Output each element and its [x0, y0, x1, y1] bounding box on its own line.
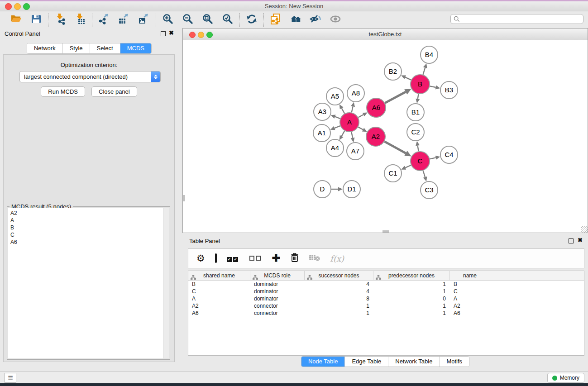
column-header-MCDS-role[interactable]: MCDS role	[250, 271, 305, 280]
table-row[interactable]: Cdominator41C	[188, 288, 584, 295]
table-tab-node-table[interactable]: Node Table	[301, 357, 345, 367]
tab-network[interactable]: Network	[27, 43, 63, 53]
table-tab-edge-table[interactable]: Edge Table	[345, 357, 388, 367]
close-panel-icon[interactable]: ✖	[169, 29, 174, 36]
graph-node-D1[interactable]: D1	[343, 181, 360, 198]
delete-columns-button[interactable]	[290, 252, 299, 265]
search-input[interactable]	[460, 14, 583, 24]
graph-edge-A-A1[interactable]	[330, 126, 340, 130]
import-network-button[interactable]	[54, 14, 67, 26]
graph-node-C1[interactable]: C1	[384, 165, 402, 182]
graph-node-A8[interactable]: A8	[347, 85, 364, 102]
graph-node-C4[interactable]: C4	[440, 146, 458, 163]
graph-edge-B-B3[interactable]	[430, 86, 440, 90]
import-table-button[interactable]	[74, 14, 86, 26]
create-column-button[interactable]: ✚	[272, 252, 280, 265]
export-table-button[interactable]	[118, 14, 130, 26]
canvas-vertical-scroll-thumb[interactable]	[183, 195, 185, 201]
apply-layout-button[interactable]	[245, 14, 258, 26]
save-session-button[interactable]	[30, 14, 43, 26]
mcds-result-scrollbar[interactable]	[163, 208, 169, 358]
memory-button[interactable]: Memory	[547, 373, 584, 383]
zoom-out-button[interactable]	[182, 14, 194, 26]
table-row[interactable]: A6connector11A6	[188, 310, 584, 317]
mcds-result-item[interactable]: A6	[10, 238, 164, 246]
graph-edge-A-A6[interactable]	[358, 112, 367, 117]
open-file-button[interactable]	[10, 14, 23, 26]
table-row[interactable]: A2connector11A2	[188, 302, 584, 310]
canvas-horizontal-scroll-thumb[interactable]	[382, 230, 389, 233]
export-network-button[interactable]	[98, 14, 110, 26]
graph-node-C[interactable]: C	[411, 152, 430, 171]
window-resize-grip[interactable]	[581, 226, 588, 233]
table-row[interactable]: Bdominator41B	[188, 281, 584, 288]
float-panel-icon[interactable]	[161, 31, 166, 36]
graph-edge-D-D1[interactable]	[331, 187, 343, 191]
graph-edge-A6-B[interactable]	[385, 89, 411, 103]
graph-node-A6[interactable]: A6	[367, 98, 386, 117]
graph-node-B4[interactable]: B4	[421, 46, 438, 63]
graph-edge-A-A7[interactable]	[351, 132, 355, 143]
first-neighbors-button[interactable]	[289, 14, 302, 26]
zoom-in-button[interactable]	[162, 14, 174, 26]
zoom-selected-button[interactable]	[221, 14, 234, 26]
table-close-icon[interactable]: ✖	[578, 237, 583, 243]
mcds-result-item[interactable]: C	[10, 231, 164, 238]
show-panels-button[interactable]: ☰	[5, 373, 16, 383]
graph-edge-A-A4[interactable]	[339, 131, 344, 140]
graph-edge-C-C3[interactable]	[423, 171, 427, 181]
export-image-button[interactable]	[138, 14, 150, 26]
network-canvas[interactable]: B4B2BB3A8A5A6B1A3AC2A1A2A4A7C4CC1C3DD1	[183, 40, 588, 233]
column-header-name[interactable]: name	[450, 271, 490, 280]
graph-edge-A2-C[interactable]	[384, 142, 411, 157]
column-header-successor-nodes[interactable]: successor nodes	[305, 271, 373, 280]
clone-network-button[interactable]	[269, 14, 282, 26]
table-tab-motifs[interactable]: Motifs	[440, 357, 469, 367]
graph-edge-B-B4[interactable]	[423, 63, 427, 75]
table-tab-network-table[interactable]: Network Table	[388, 357, 440, 367]
graph-node-C3[interactable]: C3	[421, 181, 438, 199]
zoom-fit-button[interactable]	[201, 14, 214, 26]
graph-edge-B-B1[interactable]	[416, 94, 420, 104]
graph-node-A2[interactable]: A2	[366, 127, 385, 146]
graph-node-B3[interactable]: B3	[440, 81, 458, 99]
graph-edge-C-C2[interactable]	[416, 141, 420, 152]
graph-edge-B-B2[interactable]	[401, 75, 411, 80]
graph-edge-A-A5[interactable]	[339, 104, 344, 113]
table-float-icon[interactable]	[569, 238, 574, 243]
column-header-shared-name[interactable]: shared name	[188, 271, 250, 280]
graph-node-B2[interactable]: B2	[384, 63, 402, 80]
graph-edge-A-A2[interactable]	[358, 127, 367, 132]
optimization-criterion-select[interactable]: largest connected component (directed)	[19, 71, 161, 82]
column-header-predecessor-nodes[interactable]: predecessor nodes	[373, 271, 450, 280]
graph-edge-C-C4[interactable]	[430, 156, 440, 160]
table-row[interactable]: Adominator80A	[188, 295, 584, 302]
tab-style[interactable]: Style	[63, 43, 90, 53]
graph-node-A7[interactable]: A7	[347, 143, 364, 160]
graph-node-A5[interactable]: A5	[326, 88, 344, 105]
close-panel-button[interactable]: Close panel	[91, 86, 137, 97]
mcds-result-item[interactable]: B	[10, 224, 164, 231]
deselect-all-rows-button[interactable]	[249, 252, 262, 265]
select-all-rows-button[interactable]: ✓✓	[227, 252, 239, 265]
graph-node-D[interactable]: D	[314, 181, 331, 198]
run-mcds-button[interactable]: Run MCDS	[41, 86, 85, 97]
graph-node-A1[interactable]: A1	[313, 124, 330, 142]
graph-node-A3[interactable]: A3	[314, 103, 331, 120]
tab-select[interactable]: Select	[90, 43, 120, 53]
graph-node-B1[interactable]: B1	[407, 104, 424, 121]
graph-edge-C-C1[interactable]	[401, 165, 411, 170]
graph-edge-A-A8[interactable]	[351, 102, 355, 113]
graph-node-C2[interactable]: C2	[407, 124, 424, 141]
show-columns-button[interactable]	[215, 252, 217, 265]
table-mode-button[interactable]: ⚙	[196, 252, 205, 265]
tab-mcds[interactable]: MCDS	[120, 43, 151, 53]
mcds-result-item[interactable]: A2	[10, 210, 164, 217]
graph-node-B[interactable]: B	[411, 75, 430, 94]
mcds-result-item[interactable]: A	[10, 217, 164, 224]
hide-selected-button[interactable]	[309, 14, 322, 26]
graph-edge-A-A3[interactable]	[331, 115, 340, 119]
show-all-button[interactable]	[329, 14, 342, 26]
graph-node-A[interactable]: A	[340, 113, 359, 132]
graph-node-A4[interactable]: A4	[326, 139, 344, 157]
